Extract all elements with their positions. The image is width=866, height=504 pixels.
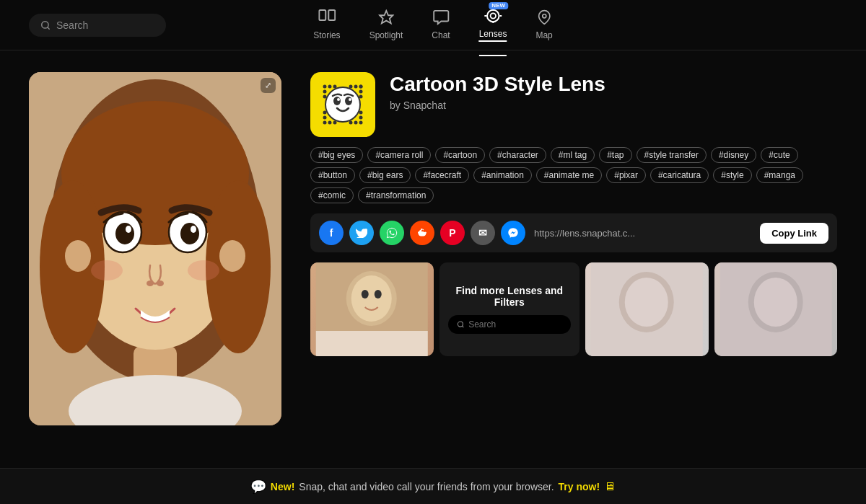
svg-point-39: [349, 98, 351, 101]
reddit-share-btn[interactable]: [410, 221, 434, 245]
svg-point-59: [349, 121, 353, 125]
svg-point-47: [359, 90, 363, 94]
pinterest-share-btn[interactable]: P: [440, 221, 465, 245]
svg-rect-3: [328, 10, 335, 20]
thumb-4-image: [714, 262, 838, 356]
svg-point-35: [325, 87, 360, 122]
share-row: f P ✉ https://lens.snapchat.c... Copy Li…: [310, 213, 837, 252]
snapcode-svg: [318, 79, 368, 130]
nav-lenses[interactable]: NEW Lenses: [479, 8, 507, 42]
svg-point-37: [337, 98, 340, 101]
svg-line-69: [462, 326, 463, 327]
banner-text: Snap, chat and video call your friends f…: [299, 481, 554, 492]
svg-point-58: [333, 121, 337, 125]
lens-tag[interactable]: #animate me: [536, 167, 602, 183]
svg-rect-2: [319, 10, 325, 20]
find-more-title: Find more Lenses and Filters: [448, 285, 572, 308]
lens-tag[interactable]: #big eyes: [310, 147, 363, 163]
svg-point-36: [333, 97, 341, 105]
svg-point-5: [487, 10, 499, 22]
thumbnail-4[interactable]: [714, 262, 838, 356]
preview-corner-icon: ⤢: [261, 78, 276, 93]
lens-tag[interactable]: #pixar: [606, 167, 646, 183]
svg-point-44: [323, 116, 327, 120]
svg-point-6: [490, 13, 495, 18]
find-more-search-input[interactable]: [468, 319, 562, 330]
svg-point-57: [328, 121, 332, 125]
lens-tag[interactable]: #camera roll: [367, 147, 431, 163]
find-more-search[interactable]: [448, 315, 572, 334]
thumbnail-1[interactable]: [310, 262, 434, 356]
svg-point-45: [323, 121, 327, 125]
svg-point-21: [219, 240, 245, 272]
new-badge: NEW: [489, 2, 508, 9]
spotlight-icon: [378, 9, 394, 27]
lens-tag[interactable]: #style: [713, 167, 751, 183]
lens-tag[interactable]: #big ears: [359, 167, 411, 183]
lens-tag[interactable]: #manga: [756, 167, 803, 183]
nav-stories[interactable]: Stories: [313, 9, 340, 40]
svg-point-41: [323, 90, 327, 94]
svg-point-49: [359, 111, 363, 115]
map-icon: [537, 9, 551, 27]
search-input[interactable]: [56, 19, 157, 31]
thumbnails-row: Find more Lenses and Filters: [310, 262, 837, 356]
lens-tag[interactable]: #cute: [761, 147, 797, 163]
lens-tag[interactable]: #animation: [473, 167, 532, 183]
svg-point-28: [180, 223, 199, 244]
banner-chat-icon: 💬: [250, 479, 266, 495]
svg-point-30: [146, 280, 154, 286]
thumb-3-image: [585, 262, 709, 356]
lens-tag[interactable]: #facecraft: [415, 167, 469, 183]
lens-tag[interactable]: #comic: [310, 187, 354, 203]
lens-tag[interactable]: #ml tag: [551, 147, 595, 163]
svg-point-42: [323, 95, 327, 99]
lens-preview: ⤢: [29, 72, 281, 425]
svg-point-56: [359, 85, 363, 89]
find-more-tile[interactable]: Find more Lenses and Filters: [439, 262, 580, 356]
lens-tag[interactable]: #caricatura: [650, 167, 709, 183]
nav-map-label: Map: [535, 30, 552, 40]
messenger-share-btn[interactable]: [501, 221, 525, 245]
copy-link-button[interactable]: Copy Link: [760, 223, 828, 244]
search-bar[interactable]: [29, 14, 166, 37]
face-illustration: [29, 72, 281, 425]
lens-tag[interactable]: #style transfer: [637, 147, 707, 163]
nav-map[interactable]: Map: [535, 9, 552, 40]
lens-tag[interactable]: #transformation: [358, 187, 434, 203]
main-content: ⤢: [0, 50, 866, 468]
lens-tag[interactable]: #disney: [711, 147, 756, 163]
svg-point-20: [65, 240, 91, 272]
thumbnail-3[interactable]: [585, 262, 709, 356]
lens-author: by Snapchat: [390, 100, 837, 111]
svg-point-64: [351, 275, 392, 322]
tags-container: #big eyes#camera roll#cartoon#character#…: [310, 147, 837, 203]
svg-point-60: [354, 121, 358, 125]
svg-point-65: [362, 290, 369, 299]
lens-tag[interactable]: #tap: [599, 147, 631, 163]
email-share-btn[interactable]: ✉: [471, 221, 495, 245]
nav-spotlight[interactable]: Spotlight: [369, 9, 403, 40]
share-link: https://lens.snapchat.c...: [534, 228, 754, 239]
banner-new-label: New!: [271, 481, 294, 492]
facebook-share-btn[interactable]: f: [319, 221, 344, 245]
bottom-banner: 💬 New! Snap, chat and video call your fr…: [0, 468, 866, 504]
svg-line-1: [48, 27, 50, 29]
banner-cta[interactable]: Try now!: [559, 481, 600, 492]
thumb-1-image: [310, 262, 434, 356]
svg-point-25: [115, 223, 134, 244]
chat-icon: [432, 9, 450, 27]
lens-header: Cartoon 3D Style Lens by Snapchat: [310, 72, 837, 137]
nav-chat[interactable]: Chat: [432, 9, 450, 40]
lens-tag[interactable]: #character: [489, 147, 546, 163]
svg-point-52: [328, 85, 332, 89]
lens-tag[interactable]: #cartoon: [435, 147, 485, 163]
svg-point-75: [753, 278, 797, 327]
svg-point-72: [625, 278, 668, 327]
whatsapp-share-btn[interactable]: [380, 221, 404, 245]
lens-tag[interactable]: #button: [310, 167, 355, 183]
svg-point-48: [359, 95, 363, 99]
twitter-share-btn[interactable]: [349, 221, 374, 245]
find-more-search-icon: [457, 320, 465, 329]
svg-point-51: [359, 121, 363, 125]
